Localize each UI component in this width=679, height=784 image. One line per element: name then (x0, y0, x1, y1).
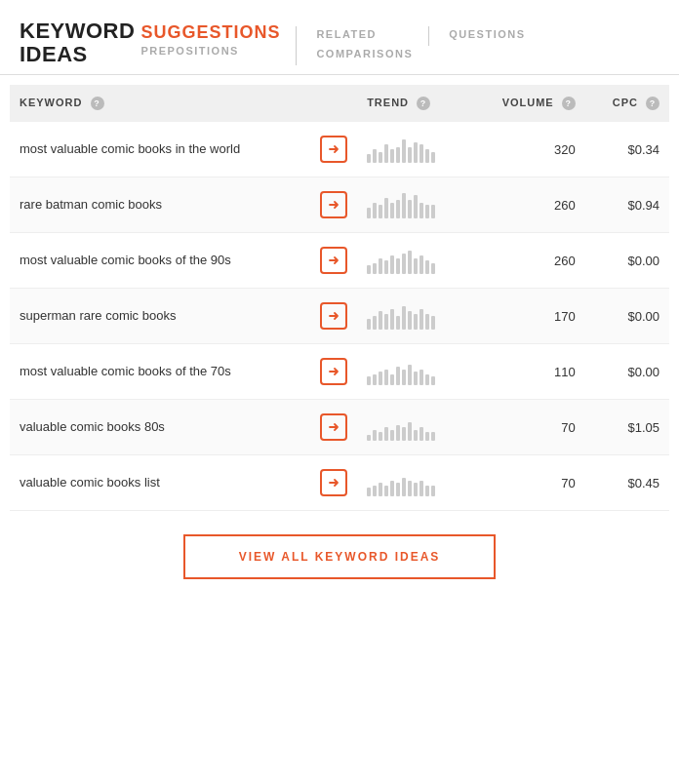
trend-cell (357, 289, 468, 344)
trend-bar (402, 254, 406, 275)
trend-bar (425, 374, 429, 386)
keyword-arrow-button[interactable] (320, 302, 347, 330)
table-row: valuable comic books list 70$0.45 (10, 455, 669, 511)
keyword-help-icon[interactable]: ? (91, 97, 104, 110)
th-keyword: KEYWORD ? (10, 85, 357, 122)
trend-bar (379, 372, 382, 385)
trend-bar (414, 258, 418, 275)
header-title-bold: KEYWORD (20, 20, 135, 43)
trend-bar (373, 430, 377, 442)
trend-bar (431, 316, 435, 330)
trend-bar (419, 144, 423, 163)
trend-bars (367, 413, 459, 441)
volume-cell: 260 (468, 177, 585, 233)
trend-bar (390, 255, 394, 274)
trend-bar (408, 200, 412, 218)
keyword-arrow-button[interactable] (320, 413, 347, 441)
trend-bar (396, 316, 400, 330)
keyword-cell: rare batman comic books (10, 177, 357, 233)
trend-bar (379, 258, 382, 275)
keyword-arrow-button[interactable] (320, 358, 347, 385)
cpc-cell: $1.05 (585, 400, 669, 455)
trend-bar (425, 314, 429, 331)
keyword-cell: superman rare comic books (10, 289, 357, 344)
trend-bar (402, 478, 406, 496)
trend-bar (414, 314, 418, 331)
table-row: most valuable comic books of the 70s 110… (10, 344, 669, 400)
trend-bar (396, 367, 400, 385)
trend-bars (367, 247, 459, 274)
cpc-cell: $0.00 (585, 233, 669, 289)
trend-bars (367, 136, 459, 163)
trend-bar (425, 149, 429, 163)
trend-bar (431, 486, 435, 497)
nav-related[interactable]: RELATED (316, 26, 413, 42)
trend-bar (408, 481, 412, 497)
trend-bar (390, 374, 394, 386)
trend-bar (384, 198, 388, 219)
keyword-arrow-button[interactable] (320, 136, 347, 163)
trend-bar (379, 311, 382, 330)
cpc-cell: $0.34 (585, 122, 669, 177)
keyword-arrow-button[interactable] (320, 247, 347, 274)
volume-cell: 70 (468, 400, 585, 455)
trend-bar (402, 139, 406, 163)
trend-bar (379, 483, 382, 496)
cpc-help-icon[interactable]: ? (646, 97, 659, 110)
table-row: superman rare comic books 170$0.00 (10, 289, 669, 344)
nav-prepositions[interactable]: PREPOSITIONS (140, 43, 280, 59)
trend-bar (367, 376, 371, 385)
trend-bar (414, 430, 418, 442)
keyword-text: most valuable comic books in the world (20, 140, 312, 158)
trend-bar (408, 251, 412, 274)
trend-bar (408, 147, 412, 164)
th-volume: VOLUME ? (468, 85, 585, 122)
trend-help-icon[interactable]: ? (417, 97, 430, 110)
volume-cell: 260 (468, 233, 585, 289)
keyword-cell: most valuable comic books of the 70s (10, 344, 357, 400)
keyword-table: KEYWORD ? TREND ? VOLUME ? CPC ? (10, 85, 669, 511)
trend-bars (367, 191, 459, 218)
volume-cell: 320 (468, 122, 585, 177)
nav-comparisons[interactable]: COMPARISONS (316, 46, 413, 61)
trend-bar (402, 427, 406, 441)
trend-bar (396, 258, 400, 275)
trend-bar (379, 205, 382, 218)
keyword-cell: most valuable comic books of the 90s (10, 233, 357, 289)
keyword-text: valuable comic books 80s (20, 418, 312, 436)
trend-bar (431, 152, 435, 164)
trend-bar (379, 432, 382, 441)
table-header-row: KEYWORD ? TREND ? VOLUME ? CPC ? (10, 85, 669, 122)
trend-bar (402, 193, 406, 219)
trend-cell (357, 400, 468, 455)
keyword-arrow-button[interactable] (320, 191, 347, 218)
table-container: KEYWORD ? TREND ? VOLUME ? CPC ? (0, 85, 679, 618)
trend-bar (373, 203, 377, 219)
keyword-cell: valuable comic books 80s (10, 400, 357, 455)
table-row: most valuable comic books of the 90s 260… (10, 233, 669, 289)
trend-cell (357, 122, 468, 177)
volume-help-icon[interactable]: ? (562, 97, 576, 110)
table-row: most valuable comic books in the world 3… (10, 122, 669, 177)
cpc-cell: $0.00 (585, 289, 669, 344)
nav-questions[interactable]: QUESTIONS (449, 26, 525, 42)
keyword-arrow-button[interactable] (320, 469, 347, 496)
trend-bar (408, 311, 412, 330)
trend-bars (367, 302, 459, 330)
view-all-button[interactable]: VIEW ALL KEYWORD IDEAS (183, 534, 496, 579)
trend-bar (419, 255, 423, 274)
trend-bar (384, 427, 388, 441)
trend-bar (425, 260, 429, 274)
trend-bar (414, 195, 418, 218)
table-row: valuable comic books 80s 70$1.05 (10, 400, 669, 455)
trend-bar (402, 306, 406, 330)
trend-bar (419, 481, 423, 497)
trend-bar (390, 430, 394, 442)
trend-bar (367, 154, 371, 163)
keyword-text: superman rare comic books (20, 307, 312, 325)
header: KEYWORD IDEAS SUGGESTIONS PREPOSITIONS R… (0, 0, 679, 75)
trend-bar (431, 205, 435, 218)
trend-bar (408, 422, 412, 441)
trend-cell (357, 344, 468, 400)
keyword-cell: valuable comic books list (10, 455, 357, 511)
